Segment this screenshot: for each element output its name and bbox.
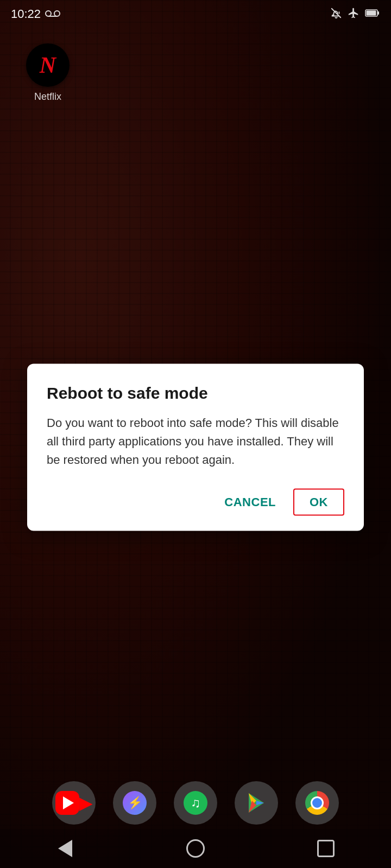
dock-youtube[interactable]: [52, 781, 96, 825]
bottom-dock: [0, 781, 391, 825]
spotify-icon: [184, 791, 207, 815]
netflix-icon-circle: N: [26, 43, 70, 87]
netflix-logo: N: [40, 52, 56, 78]
dock-spotify[interactable]: [174, 781, 217, 825]
chrome-icon: [305, 791, 329, 815]
dock-messenger[interactable]: [113, 781, 156, 825]
dialog-title: Reboot to safe mode: [47, 384, 344, 403]
status-right: [330, 7, 380, 22]
netflix-app-icon[interactable]: N Netflix: [26, 43, 70, 103]
svg-point-0: [46, 11, 51, 16]
svg-point-1: [54, 11, 60, 16]
ok-button[interactable]: OK: [293, 489, 344, 516]
airplane-mode-icon: [348, 7, 360, 22]
status-left: 10:22: [11, 7, 60, 21]
voicemail-icon: [45, 8, 60, 21]
home-button[interactable]: [179, 832, 212, 865]
netflix-label: Netflix: [34, 91, 61, 103]
status-time: 10:22: [11, 7, 41, 21]
back-button[interactable]: [49, 832, 81, 865]
youtube-icon: [55, 791, 79, 815]
google-play-icon: [244, 791, 268, 815]
cancel-button[interactable]: CANCEL: [213, 489, 287, 516]
notifications-off-icon: [330, 7, 342, 22]
dock-chrome[interactable]: [295, 781, 339, 825]
dialog-container: Reboot to safe mode Do you want to reboo…: [27, 364, 364, 531]
dock-google-play[interactable]: [235, 781, 278, 825]
reboot-dialog: Reboot to safe mode Do you want to reboo…: [27, 364, 364, 531]
dialog-buttons: CANCEL OK: [47, 489, 344, 516]
battery-icon: [365, 9, 380, 20]
status-bar: 10:22: [0, 0, 391, 28]
svg-rect-5: [377, 11, 379, 15]
messenger-icon: [123, 791, 147, 815]
svg-rect-4: [367, 10, 376, 15]
nav-bar: [0, 829, 391, 868]
recents-button[interactable]: [310, 832, 342, 865]
dialog-message: Do you want to reboot into safe mode? Th…: [47, 414, 344, 469]
